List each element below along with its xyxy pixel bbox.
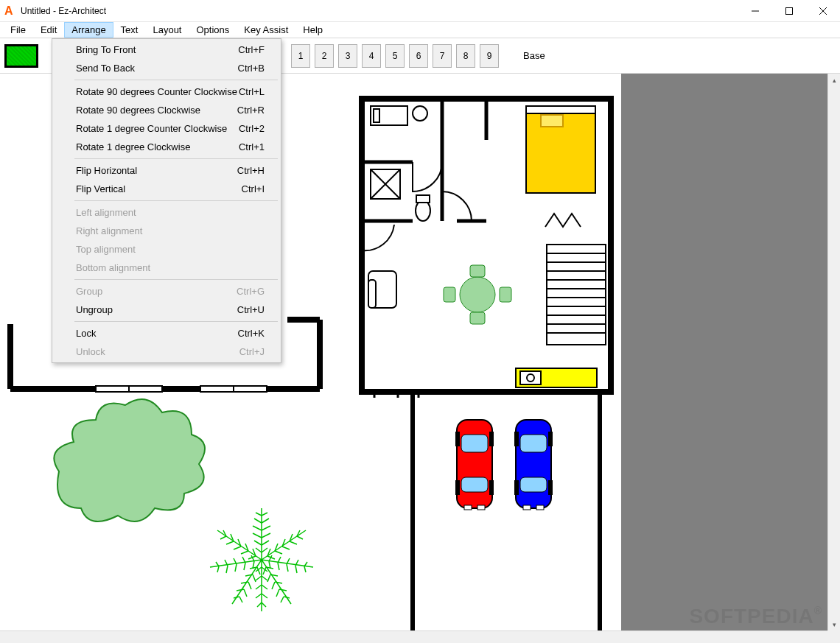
menu-item-lock[interactable]: LockCtrl+K: [54, 324, 279, 342]
menu-item-label: Ungroup: [76, 304, 113, 315]
menu-item-label: Flip Horizontal: [76, 165, 137, 176]
menu-item-rotate-90-degrees-counter-clockwise[interactable]: Rotate 90 degrees Counter ClockwiseCtrl+…: [54, 82, 279, 101]
menu-item-shortcut: Ctrl+U: [237, 304, 265, 315]
svg-rect-72: [548, 432, 553, 446]
svg-rect-68: [516, 420, 551, 508]
menu-item-shortcut: Ctrl+B: [238, 63, 265, 74]
menu-help[interactable]: Help: [295, 22, 330, 38]
menu-item-label: Rotate 90 degrees Counter Clockwise: [76, 86, 237, 97]
svg-rect-71: [514, 432, 519, 446]
layer-button-3[interactable]: 3: [338, 44, 357, 68]
svg-rect-75: [523, 505, 531, 510]
menu-key-assist[interactable]: Key Assist: [237, 22, 295, 38]
svg-rect-54: [444, 287, 455, 302]
arrange-dropdown[interactable]: Bring To FrontCtrl+FSend To BackCtrl+BRo…: [52, 38, 281, 363]
scroll-down-icon[interactable]: ▾: [828, 618, 840, 630]
svg-rect-62: [455, 432, 460, 446]
menu-item-label: Rotate 1 degree Counter Clockwise: [76, 123, 227, 134]
off-canvas-area: [621, 74, 827, 630]
bush-icon: [54, 399, 205, 521]
svg-rect-73: [514, 480, 519, 495]
svg-rect-70: [520, 477, 547, 492]
menu-item-label: Send To Back: [76, 63, 135, 74]
menu-item-label: Top alignment: [76, 244, 136, 255]
menu-separator: [74, 279, 278, 280]
menu-item-shortcut: Ctrl+I: [242, 183, 265, 194]
svg-rect-53: [470, 312, 485, 324]
app-icon: A: [4, 5, 16, 17]
layer-button-5[interactable]: 5: [385, 44, 405, 68]
svg-rect-57: [520, 371, 541, 384]
layer-button-4[interactable]: 4: [362, 44, 381, 68]
layer-button-7[interactable]: 7: [433, 44, 452, 68]
menu-item-shortcut: Ctrl+F: [238, 44, 265, 55]
menu-separator: [74, 200, 278, 201]
car-blue-icon: [514, 420, 553, 510]
menu-separator: [74, 158, 278, 159]
menu-item-rotate-90-degrees-clockwise[interactable]: Rotate 90 degrees ClockwiseCtrl+R: [54, 101, 279, 119]
close-button[interactable]: [806, 0, 840, 22]
svg-rect-38: [547, 245, 606, 345]
svg-point-51: [460, 277, 495, 312]
layer-button-6[interactable]: 6: [409, 44, 428, 68]
menu-item-shortcut: Ctrl+R: [237, 105, 265, 116]
menu-arrange[interactable]: Arrange: [64, 22, 113, 38]
layer-button-8[interactable]: 8: [456, 44, 475, 68]
svg-rect-1: [786, 7, 793, 14]
svg-rect-60: [461, 435, 488, 452]
scroll-up-icon[interactable]: ▴: [828, 74, 840, 86]
menu-item-label: Rotate 90 degrees Clockwise: [76, 105, 200, 116]
menu-item-label: Right alignment: [76, 225, 142, 236]
menu-options[interactable]: Options: [189, 22, 237, 38]
svg-rect-76: [536, 505, 544, 510]
menu-item-label: Flip Vertical: [76, 183, 125, 194]
layer-button-1[interactable]: 1: [291, 44, 310, 68]
menu-item-label: Left alignment: [76, 207, 136, 218]
svg-point-33: [416, 200, 430, 221]
horizontal-scrollbar[interactable]: [0, 630, 827, 643]
menu-item-label: Bring To Front: [76, 44, 136, 55]
svg-rect-61: [461, 477, 488, 492]
menu-item-shortcut: Ctrl+L: [239, 86, 265, 97]
car-red-icon: [455, 420, 494, 510]
layer-button-9[interactable]: 9: [480, 44, 499, 68]
window-title: Untitled - Ez-Architect: [21, 6, 106, 16]
svg-rect-69: [520, 435, 547, 452]
menubar: File Edit Arrange Text Layout Options Ke…: [0, 22, 840, 38]
vertical-scrollbar[interactable]: ▴ ▾: [827, 74, 840, 630]
menu-separator: [74, 80, 278, 80]
menu-text[interactable]: Text: [113, 22, 146, 38]
menu-item-send-to-back[interactable]: Send To BackCtrl+B: [54, 59, 279, 77]
current-color-swatch[interactable]: [4, 44, 38, 68]
menu-layout[interactable]: Layout: [145, 22, 189, 38]
menu-item-shortcut: Ctrl+H: [237, 165, 265, 176]
menu-edit[interactable]: Edit: [33, 22, 64, 38]
menu-item-flip-horizontal[interactable]: Flip HorizontalCtrl+H: [54, 161, 279, 180]
svg-rect-28: [374, 109, 379, 122]
menu-item-shortcut: Ctrl+J: [239, 346, 265, 357]
plant-icon: [210, 508, 313, 611]
menu-item-label: Bottom alignment: [76, 262, 150, 273]
minimize-button[interactable]: [738, 0, 772, 22]
menu-file[interactable]: File: [3, 22, 33, 38]
svg-rect-36: [526, 106, 595, 113]
svg-rect-50: [368, 280, 376, 308]
menu-item-ungroup[interactable]: UngroupCtrl+U: [54, 301, 279, 319]
menu-separator: [74, 321, 278, 322]
layer-button-2[interactable]: 2: [315, 44, 334, 68]
svg-rect-74: [548, 480, 553, 495]
svg-rect-64: [455, 480, 460, 495]
menu-item-shortcut: Ctrl+2: [239, 123, 265, 134]
svg-rect-63: [489, 432, 494, 446]
svg-rect-59: [457, 420, 492, 508]
menu-item-flip-vertical[interactable]: Flip VerticalCtrl+I: [54, 180, 279, 198]
menu-item-label: Rotate 1 degree Clockwise: [76, 141, 190, 152]
menu-item-unlock: UnlockCtrl+J: [54, 342, 279, 361]
menu-item-rotate-1-degree-clockwise[interactable]: Rotate 1 degree ClockwiseCtrl+1: [54, 138, 279, 156]
layer-label: Base: [523, 50, 545, 61]
window-controls: [738, 0, 840, 22]
menu-item-bring-to-front[interactable]: Bring To FrontCtrl+F: [54, 41, 279, 59]
menu-item-label: Group: [76, 286, 102, 297]
menu-item-rotate-1-degree-counter-clockwise[interactable]: Rotate 1 degree Counter ClockwiseCtrl+2: [54, 119, 279, 138]
maximize-button[interactable]: [772, 0, 806, 22]
